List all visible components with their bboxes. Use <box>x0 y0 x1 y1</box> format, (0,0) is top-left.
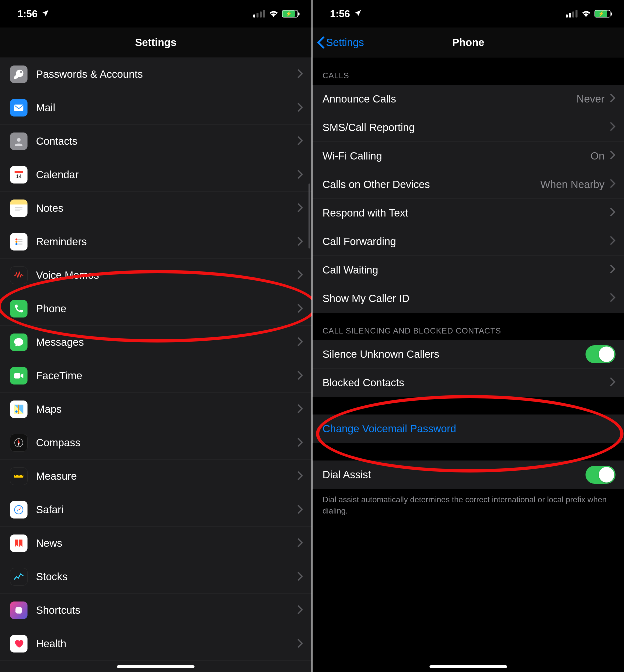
back-button[interactable]: Settings <box>317 27 364 57</box>
maps-icon <box>10 400 27 418</box>
chevron-right-icon <box>297 304 303 314</box>
settings-row-stocks[interactable]: Stocks <box>0 560 312 594</box>
settings-row-voicememos[interactable]: Voice Memos <box>0 258 312 292</box>
settings-row-label: Calendar <box>36 169 297 181</box>
chevron-right-icon <box>610 179 616 190</box>
cell-show-my-caller-id[interactable]: Show My Caller ID <box>312 284 624 313</box>
cell-label: Call Forwarding <box>322 235 610 248</box>
chevron-right-icon <box>297 471 303 481</box>
cell-calls-on-other-devices[interactable]: Calls on Other DevicesWhen Nearby <box>312 170 624 199</box>
location-icon <box>354 9 362 19</box>
settings-row-label: Shortcuts <box>36 604 297 616</box>
chevron-right-icon <box>610 122 616 133</box>
cell-silence-unknown-callers[interactable]: Silence Unknown Callers <box>312 340 624 368</box>
home-indicator[interactable] <box>117 665 194 668</box>
cell-value: Never <box>576 93 604 105</box>
chevron-right-icon <box>297 404 303 414</box>
battery-icon: ⚡ <box>595 10 610 18</box>
settings-row-messages[interactable]: Messages <box>0 326 312 359</box>
cell-label: Call Waiting <box>322 264 610 276</box>
chevron-right-icon <box>610 264 616 276</box>
settings-row-safari[interactable]: Safari <box>0 493 312 526</box>
chevron-right-icon <box>297 237 303 247</box>
settings-row-measure[interactable]: Measure <box>0 460 312 493</box>
settings-row-notes[interactable]: Notes <box>0 191 312 225</box>
page-title: Settings <box>135 36 177 49</box>
settings-row-label: Passwords & Accounts <box>36 68 297 80</box>
chevron-right-icon <box>610 377 616 389</box>
location-icon <box>41 9 50 19</box>
wifi-icon <box>268 9 279 18</box>
settings-row-news[interactable]: News <box>0 526 312 560</box>
cell-value: When Nearby <box>540 179 604 190</box>
measure-icon <box>10 467 27 485</box>
home-indicator[interactable] <box>430 665 507 668</box>
cell-signal-icon <box>566 10 577 18</box>
settings-row-phone[interactable]: Phone <box>0 292 312 326</box>
chevron-right-icon <box>297 170 303 180</box>
back-label: Settings <box>326 36 364 49</box>
safari-icon <box>10 501 27 518</box>
calendar-icon <box>10 166 27 183</box>
chevron-right-icon <box>610 292 616 305</box>
settings-row-calendar[interactable]: Calendar <box>0 158 312 191</box>
cell-label: Silence Unknown Callers <box>322 348 586 360</box>
section-header-silencing: CALL SILENCING AND BLOCKED CONTACTS <box>312 313 624 340</box>
cell-call-forwarding[interactable]: Call Forwarding <box>312 227 624 256</box>
cell-call-waiting[interactable]: Call Waiting <box>312 256 624 284</box>
cell-label: Calls on Other Devices <box>322 179 540 190</box>
toggle-dial-assist[interactable] <box>586 466 616 484</box>
settings-row-health[interactable]: Health <box>0 627 312 661</box>
cell-change-voicemail-password[interactable]: Change Voicemail Password <box>312 414 624 443</box>
settings-row-contacts[interactable]: Contacts <box>0 125 312 158</box>
health-icon <box>10 635 27 652</box>
voicememos-icon <box>10 266 27 284</box>
cell-respond-with-text[interactable]: Respond with Text <box>312 199 624 227</box>
settings-row-shortcuts[interactable]: Shortcuts <box>0 594 312 627</box>
scroll-indicator <box>309 183 310 249</box>
chevron-right-icon <box>610 235 616 248</box>
contacts-icon <box>10 132 27 150</box>
section-header-calls: CALLS <box>312 57 624 85</box>
nav-header: Settings Phone <box>312 27 624 57</box>
chevron-right-icon <box>297 203 303 213</box>
toggle-silence-unknown-callers[interactable] <box>586 345 616 363</box>
settings-row-reminders[interactable]: Reminders <box>0 225 312 258</box>
notes-icon <box>10 200 27 217</box>
compass-icon <box>10 434 27 451</box>
cell-label: Respond with Text <box>322 207 610 219</box>
chevron-right-icon <box>610 207 616 219</box>
settings-row-label: FaceTime <box>36 370 297 382</box>
settings-row-mail[interactable]: Mail <box>0 91 312 125</box>
cell-sms-call-reporting[interactable]: SMS/Call Reporting <box>312 113 624 142</box>
settings-row-label: Maps <box>36 403 297 415</box>
status-bar: 1:56 ⚡ <box>0 0 312 27</box>
cell-wi-fi-calling[interactable]: Wi-Fi CallingOn <box>312 142 624 170</box>
cell-dial-assist[interactable]: Dial Assist <box>312 461 624 489</box>
settings-row-facetime[interactable]: FaceTime <box>0 359 312 392</box>
settings-row-label: Contacts <box>36 135 297 147</box>
cell-label: Show My Caller ID <box>322 292 610 305</box>
shortcuts-icon <box>10 601 27 619</box>
phone-settings-content[interactable]: CALLS Announce CallsNeverSMS/Call Report… <box>312 57 624 672</box>
mail-icon <box>10 99 27 117</box>
chevron-right-icon <box>297 69 303 79</box>
cell-announce-calls[interactable]: Announce CallsNever <box>312 85 624 113</box>
settings-row-label: Messages <box>36 336 297 348</box>
settings-row-label: Voice Memos <box>36 269 297 281</box>
chevron-right-icon <box>297 371 303 381</box>
settings-row-label: Phone <box>36 303 297 315</box>
section-footer-dial: Dial assist automatically determines the… <box>312 489 624 526</box>
settings-row-compass[interactable]: Compass <box>0 426 312 460</box>
cell-blocked-contacts[interactable]: Blocked Contacts <box>312 368 624 397</box>
settings-row-label: Safari <box>36 504 297 516</box>
settings-row-maps[interactable]: Maps <box>0 392 312 426</box>
settings-row-passwords[interactable]: Passwords & Accounts <box>0 57 312 91</box>
chevron-right-icon <box>297 103 303 113</box>
cell-label: SMS/Call Reporting <box>322 122 610 133</box>
cell-signal-icon <box>253 10 265 18</box>
cell-label: Wi-Fi Calling <box>322 150 591 162</box>
settings-row-label: Notes <box>36 202 297 214</box>
settings-list[interactable]: Passwords & AccountsMailContactsCalendar… <box>0 57 312 672</box>
facetime-icon <box>10 367 27 385</box>
